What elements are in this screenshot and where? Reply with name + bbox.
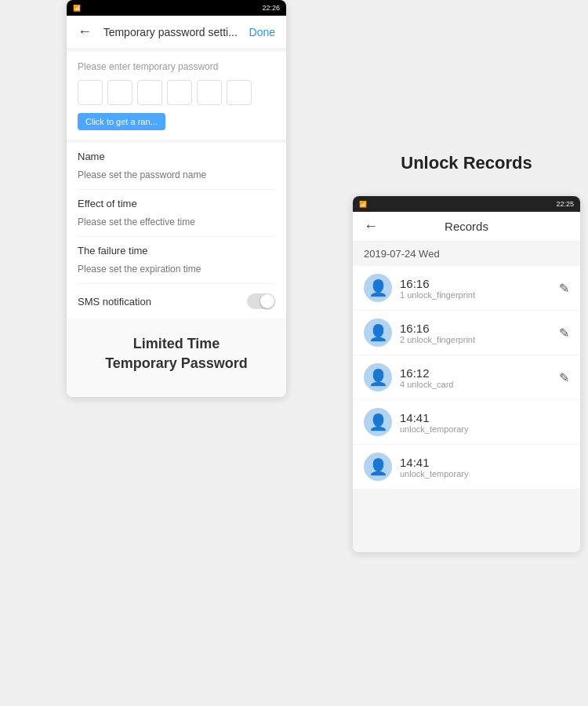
- failure-input[interactable]: [78, 264, 275, 275]
- records-title: Records: [445, 220, 488, 233]
- avatar: 👤: [364, 363, 392, 391]
- records-status-bar: 📶 22:25: [353, 196, 580, 212]
- edit-icon[interactable]: ✎: [559, 370, 569, 385]
- person-icon: 👤: [368, 323, 388, 342]
- name-input[interactable]: [78, 169, 275, 180]
- failure-label: The failure time: [78, 245, 275, 257]
- password-box-6[interactable]: [227, 80, 252, 105]
- password-box-5[interactable]: [197, 80, 222, 105]
- effect-group: Effect of time: [78, 190, 275, 237]
- record-time: 16:16: [400, 322, 559, 335]
- edit-icon[interactable]: ✎: [559, 281, 569, 296]
- back-button[interactable]: ←: [78, 24, 92, 40]
- date-header: 2019-07-24 Wed: [353, 242, 580, 266]
- password-hint: Please enter temporary password: [78, 61, 275, 72]
- list-item: 👤 14:41 unlock_temporary: [353, 445, 580, 489]
- avatar: 👤: [364, 274, 392, 302]
- header-title: Temporary password setti...: [103, 26, 238, 38]
- name-group: Name: [78, 143, 275, 190]
- record-type: unlock_temporary: [400, 469, 569, 479]
- record-type: unlock_temporary: [400, 424, 569, 434]
- record-type: 2 unlock_fingerprint: [400, 335, 559, 344]
- password-box-2[interactable]: [107, 80, 132, 105]
- form-section: Name Effect of time The failure time: [67, 143, 286, 284]
- sms-label: SMS notification: [78, 296, 151, 308]
- effect-label: Effect of time: [78, 198, 275, 209]
- signal-icon: 📶: [73, 5, 81, 12]
- person-icon: 👤: [368, 278, 388, 297]
- record-time: 14:41: [400, 411, 569, 424]
- records-status-time: 22:25: [556, 200, 574, 208]
- records-signal-icon: 📶: [359, 201, 367, 208]
- effect-input[interactable]: [78, 217, 275, 227]
- list-item: 👤 16:16 1 unlock_fingerprint ✎: [353, 266, 580, 311]
- edit-icon[interactable]: ✎: [559, 326, 569, 340]
- person-icon: 👤: [368, 368, 388, 387]
- record-info: 16:16 1 unlock_fingerprint: [400, 277, 559, 300]
- records-app-header: ← Records: [353, 212, 580, 242]
- password-section: Please enter temporary password Click to…: [67, 52, 286, 140]
- sms-toggle[interactable]: [247, 293, 275, 309]
- toggle-knob: [260, 294, 274, 308]
- password-box-3[interactable]: [137, 80, 162, 105]
- temp-password-panel: 📶 22:26 ← Temporary password setti... Do…: [67, 0, 286, 397]
- record-info: 16:16 2 unlock_fingerprint: [400, 322, 559, 344]
- done-button[interactable]: Done: [249, 26, 275, 38]
- person-icon: 👤: [368, 457, 388, 476]
- avatar: 👤: [364, 408, 392, 436]
- record-time: 16:12: [400, 366, 559, 380]
- avatar: 👤: [364, 318, 392, 347]
- record-info: 14:41 unlock_temporary: [400, 456, 569, 479]
- record-time: 14:41: [400, 456, 569, 469]
- password-box-4[interactable]: [167, 80, 192, 105]
- sms-row: SMS notification: [67, 284, 286, 318]
- status-bar-left: 📶: [73, 5, 81, 12]
- app-header: ← Temporary password setti... Done: [67, 16, 286, 49]
- record-info: 16:12 4 unlock_card: [400, 366, 559, 389]
- status-bar: 📶 22:26: [67, 0, 286, 16]
- list-item: 👤 16:16 2 unlock_fingerprint ✎: [353, 311, 580, 355]
- list-item: 👤 16:12 4 unlock_card ✎: [353, 355, 580, 400]
- records-section-title: Unlock Records: [353, 153, 580, 173]
- person-icon: 👤: [368, 413, 388, 431]
- records-back-button[interactable]: ←: [364, 218, 378, 235]
- preview-area: Limited Time Temporary Password: [67, 318, 286, 397]
- failure-group: The failure time: [78, 237, 275, 284]
- avatar: 👤: [364, 453, 392, 481]
- records-footer: [353, 489, 580, 552]
- records-status-left: 📶: [359, 201, 367, 208]
- records-panel: 📶 22:25 ← Records 2019-07-24 Wed 👤 16:16…: [353, 196, 580, 552]
- password-box-1[interactable]: [78, 80, 103, 105]
- name-label: Name: [78, 151, 275, 162]
- record-info: 14:41 unlock_temporary: [400, 411, 569, 434]
- random-button[interactable]: Click to get a ran...: [78, 113, 165, 130]
- record-type: 1 unlock_fingerprint: [400, 290, 559, 300]
- records-list: 👤 16:16 1 unlock_fingerprint ✎ 👤 16:16 2…: [353, 266, 580, 489]
- status-bar-time: 22:26: [262, 4, 280, 12]
- record-time: 16:16: [400, 277, 559, 290]
- preview-title: Limited Time Temporary Password: [78, 334, 275, 373]
- password-boxes: [78, 80, 275, 105]
- list-item: 👤 14:41 unlock_temporary: [353, 400, 580, 445]
- record-type: 4 unlock_card: [400, 380, 559, 389]
